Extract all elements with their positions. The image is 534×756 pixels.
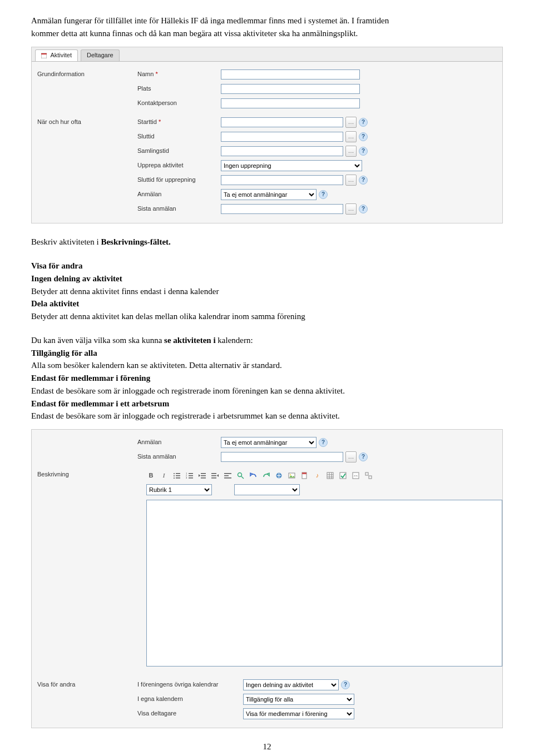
beskriv-line: Beskriv aktiviteten i Beskrivnings-fälte…	[31, 237, 503, 247]
svg-point-2	[174, 473, 175, 474]
visa-for-andra-head: Visa för andra	[31, 261, 503, 271]
page-number: 12	[31, 742, 503, 752]
svg-rect-20	[224, 473, 231, 474]
label-namn: Namn *	[137, 71, 221, 78]
label-egna-kalendern: I egna kalendern	[137, 695, 243, 703]
svg-line-24	[241, 476, 244, 479]
input-namn[interactable]	[221, 69, 360, 79]
svg-rect-11	[189, 475, 193, 476]
help-icon[interactable]: ?	[359, 176, 368, 185]
svg-rect-39	[369, 476, 372, 479]
datepicker-button[interactable]: …	[345, 131, 357, 142]
italic-icon[interactable]: I	[159, 471, 169, 480]
check-icon[interactable]	[338, 471, 348, 480]
label-sista-anmalan: Sista anmälan	[137, 205, 221, 213]
svg-point-23	[238, 473, 242, 477]
select-anmalan[interactable]: Ta ej emot anmälningar	[221, 189, 317, 200]
activity-form-screenshot-2: Anmälan Ta ej emot anmälningar ? Sista a…	[31, 429, 503, 728]
table-icon[interactable]	[325, 471, 335, 480]
music-icon[interactable]: ♪	[313, 471, 322, 480]
endast-forening-body: Endast de besökare som är inloggade och …	[31, 386, 503, 396]
svg-rect-18	[211, 475, 216, 476]
help-icon[interactable]: ?	[359, 118, 368, 127]
align-left-icon[interactable]	[223, 471, 233, 480]
select-upprepa[interactable]: Ingen upprepning	[221, 160, 362, 171]
input-kontakt[interactable]	[221, 98, 360, 108]
tab-aktivitet[interactable]: Aktivitet	[35, 49, 78, 62]
input-plats[interactable]	[221, 84, 360, 94]
label-sluttid: Sluttid	[137, 133, 221, 141]
input-samlingstid[interactable]	[221, 146, 343, 156]
datepicker-button[interactable]: …	[345, 203, 357, 215]
svg-point-6	[174, 478, 175, 479]
help-icon[interactable]: ?	[359, 147, 368, 156]
datepicker-button[interactable]: …	[345, 146, 357, 157]
svg-rect-38	[365, 472, 368, 475]
label-sista-anmalan-2: Sista anmälan	[137, 453, 221, 461]
editor-toolbar: B I 123 ♪ <>	[146, 471, 373, 480]
bullet-list-icon[interactable]	[172, 471, 181, 480]
input-sluttid[interactable]	[221, 132, 343, 142]
numbered-list-icon[interactable]: 123	[185, 471, 194, 480]
form-grid-2: Anmälan Ta ej emot anmälningar ? Sista a…	[32, 430, 502, 728]
undo-icon[interactable]	[249, 471, 258, 480]
select-visa-deltagare[interactable]: Visa för medlemmar i förening	[243, 708, 354, 719]
label-sluttid-upprepning: Sluttid för upprepning	[137, 176, 221, 184]
group-beskrivning: Beskrivning	[32, 471, 97, 479]
datepicker-button[interactable]: …	[345, 117, 357, 128]
editor-heading-select[interactable]: Rubrik 1	[146, 484, 212, 495]
redo-icon[interactable]	[261, 471, 271, 480]
select-egna[interactable]: Tillgänglig för alla	[243, 694, 354, 705]
help-icon[interactable]: ?	[319, 190, 328, 199]
svg-point-4	[174, 475, 175, 476]
source-icon[interactable]: <>	[351, 471, 360, 480]
label-samlingstid: Samlingstid	[137, 147, 221, 155]
label-anmalan: Anmälan	[137, 191, 221, 198]
group-grundinformation: Grundinformation	[32, 71, 137, 78]
tab-aktivitet-label: Aktivitet	[50, 52, 72, 58]
expand-icon[interactable]	[364, 471, 373, 480]
svg-rect-13	[189, 478, 193, 479]
label-kontakt: Kontaktperson	[137, 100, 221, 107]
image-icon[interactable]	[287, 471, 296, 480]
input-sluttid-upprepning[interactable]	[221, 175, 343, 185]
input-sista-anmalan[interactable]	[221, 204, 343, 214]
svg-rect-3	[176, 473, 180, 474]
link-icon[interactable]	[274, 471, 284, 480]
input-sista-anmalan-2[interactable]	[221, 452, 343, 462]
label-visa-deltagare: Visa deltagare	[137, 710, 243, 718]
label-plats: Plats	[137, 85, 221, 93]
help-icon[interactable]: ?	[319, 438, 328, 447]
svg-rect-5	[176, 475, 180, 476]
help-icon[interactable]: ?	[341, 680, 350, 689]
svg-rect-29	[302, 472, 306, 474]
select-ovriga[interactable]: Ingen delning av aktivitet	[243, 679, 339, 690]
input-starttid[interactable]	[221, 117, 343, 127]
svg-rect-1	[41, 53, 47, 54]
datepicker-button[interactable]: …	[345, 175, 357, 186]
help-icon[interactable]: ?	[359, 132, 368, 141]
editor-textarea[interactable]	[146, 500, 502, 667]
tab-deltagare[interactable]: Deltagare	[81, 49, 120, 62]
endast-forening-head: Endast för medlemmar i förening	[31, 373, 503, 384]
svg-rect-7	[176, 478, 180, 479]
bold-icon[interactable]: B	[146, 471, 156, 480]
label-upprepa: Upprepa aktivitet	[137, 162, 221, 170]
attachment-icon[interactable]	[300, 471, 309, 480]
svg-rect-21	[224, 475, 229, 476]
editor-style-select[interactable]	[234, 484, 300, 495]
label-starttid: Starttid *	[137, 118, 221, 126]
endast-arbetsrum-head: Endast för medlemmar i ett arbetsrum	[31, 399, 503, 409]
select-anmalan-2[interactable]: Ta ej emot anmälningar	[221, 437, 317, 448]
svg-rect-14	[201, 473, 206, 474]
activity-form-screenshot-1: Aktivitet Deltagare Grundinformation Nam…	[31, 47, 503, 224]
indent-icon[interactable]	[210, 471, 220, 480]
datepicker-button[interactable]: …	[345, 451, 357, 462]
ingen-delning-head: Ingen delning av aktivitet	[31, 273, 503, 284]
ingen-delning-body: Betyder att denna aktivitet finns endast…	[31, 286, 503, 297]
outdent-icon[interactable]	[197, 471, 207, 480]
help-icon[interactable]: ?	[359, 205, 368, 213]
help-icon[interactable]: ?	[359, 452, 368, 461]
svg-rect-17	[211, 473, 216, 474]
find-icon[interactable]	[236, 471, 245, 480]
